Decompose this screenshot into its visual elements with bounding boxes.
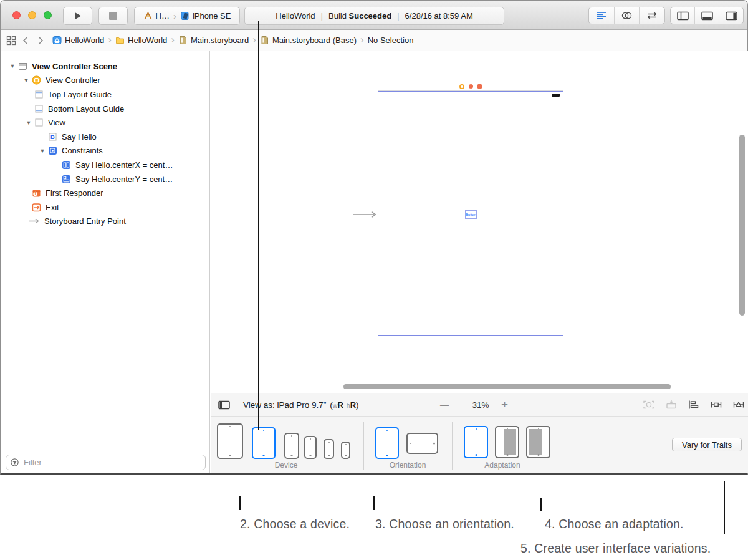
callout-line-step2	[239, 496, 241, 510]
disclosure-triangle-icon[interactable]: ▼	[37, 148, 48, 154]
assistant-editor-button[interactable]	[614, 7, 640, 24]
run-button[interactable]	[63, 7, 92, 25]
outline-item-label: Storyboard Entry Point	[44, 216, 126, 226]
adaptation-fullscreen-button[interactable]	[464, 426, 488, 458]
device-button-ipad-pro-12-9[interactable]	[217, 423, 243, 459]
standard-editor-button[interactable]	[589, 7, 614, 24]
scene-dock[interactable]	[378, 82, 563, 91]
outline-item-label: Top Layout Guide	[48, 90, 112, 99]
version-editor-button[interactable]	[639, 7, 664, 24]
status-project: HelloWorld	[276, 11, 315, 21]
device-button-iphone-6s-plus[interactable]	[284, 433, 299, 459]
close-window-button[interactable]	[12, 11, 21, 19]
view-controller-view[interactable]: Button	[378, 91, 563, 336]
section-divider	[363, 422, 364, 470]
top-layout-guide-icon	[34, 90, 47, 99]
adaptation-fill	[529, 429, 542, 455]
status-separator: |	[397, 11, 399, 21]
toggle-navigator-button[interactable]	[671, 7, 694, 24]
zoom-in-button[interactable]: +	[501, 393, 508, 416]
device-button-iphone-6s[interactable]	[304, 436, 317, 459]
outline-item-view-controller-scene[interactable]: ▼ View Controller Scene	[1, 59, 209, 74]
stop-button[interactable]	[98, 7, 128, 25]
toggle-debug-area-button[interactable]	[694, 7, 719, 24]
minimize-window-button[interactable]	[28, 11, 36, 19]
zoom-level: 31%	[464, 393, 497, 416]
outline-item-bottom-layout-guide[interactable]: Bottom Layout Guide	[1, 102, 209, 116]
device-section-label: Device	[275, 461, 298, 470]
outline-item-top-layout-guide[interactable]: Top Layout Guide	[1, 87, 209, 102]
breadcrumb-label: HelloWorld	[128, 36, 167, 45]
breadcrumb-selection[interactable]: No Selection	[368, 36, 414, 45]
exit-dock-icon[interactable]	[477, 84, 482, 89]
view-icon	[34, 118, 47, 127]
first-responder-dock-icon[interactable]	[469, 84, 473, 89]
storyboard-file-icon	[178, 36, 188, 45]
align-button[interactable]	[688, 400, 700, 410]
storyboard-entry-point-arrow[interactable]	[353, 210, 379, 220]
outline-item-first-responder[interactable]: 1 First Responder	[1, 186, 209, 200]
breadcrumb-group[interactable]: HelloWorld	[115, 36, 167, 45]
breadcrumb-project[interactable]: HelloWorld	[52, 36, 104, 45]
disclosure-triangle-icon[interactable]: ▼	[23, 120, 34, 126]
resolve-autolayout-button[interactable]	[732, 400, 745, 410]
view-controller-dock-icon[interactable]	[459, 84, 464, 89]
constraint-centerx-icon	[62, 160, 74, 170]
vary-for-traits-button[interactable]: Vary for Traits	[672, 438, 742, 451]
update-frames-button[interactable]	[643, 400, 655, 410]
scheme-destination-label: iPhone SE	[193, 11, 231, 21]
back-button[interactable]	[22, 36, 29, 45]
device-pane-toggle-button[interactable]	[218, 400, 230, 412]
outline-item-view-controller[interactable]: ▼ View Controller	[1, 74, 209, 88]
zoom-out-button[interactable]: —	[440, 393, 449, 416]
adaptation-split-left-button[interactable]	[526, 426, 550, 458]
vertical-scrollbar[interactable]	[739, 135, 745, 316]
button-icon: B	[48, 132, 60, 142]
embed-in-stack-button[interactable]	[665, 400, 678, 410]
orientation-portrait-button[interactable]	[375, 427, 399, 459]
view-as-label[interactable]: View as: iPad Pro 9.7” (wRhR)	[243, 393, 359, 416]
orientation-landscape-button[interactable]	[406, 433, 438, 454]
annotation-step2: 2. Choose a device.	[240, 517, 350, 531]
outline-item-exit[interactable]: Exit	[1, 200, 209, 215]
device-configuration-pane: Device Orientation Adaptation Vary for T…	[211, 417, 748, 473]
breadcrumb-localization[interactable]: Main.storyboard (Base)	[260, 36, 357, 45]
outline-item-constraint-centerx[interactable]: Say Hello.centerX = cent…	[1, 158, 209, 172]
view-controller-icon	[32, 75, 44, 85]
filter-field[interactable]	[6, 455, 206, 470]
storyboard-canvas[interactable]: Button	[211, 51, 748, 393]
scheme-selector[interactable]: H… › iPhone SE	[134, 7, 240, 25]
related-items-button[interactable]	[6, 36, 16, 46]
outline-item-entry-point[interactable]: Storyboard Entry Point	[1, 215, 209, 229]
disclosure-triangle-icon[interactable]: ▼	[7, 63, 18, 69]
device-button-iphone-se[interactable]	[324, 439, 334, 459]
outline-item-label: View Controller Scene	[32, 62, 117, 71]
outline-item-say-hello[interactable]: B Say Hello	[1, 130, 209, 144]
outline-item-constraint-centery[interactable]: Say Hello.centerY = cent…	[1, 172, 209, 186]
add-constraints-button[interactable]	[710, 400, 722, 410]
device-button-iphone-4s[interactable]	[341, 442, 350, 459]
say-hello-button[interactable]: Button	[465, 210, 477, 219]
view-as-text: View as: iPad Pro 9.7”	[243, 400, 326, 410]
zoom-window-button[interactable]	[44, 11, 52, 19]
toggle-inspector-button[interactable]	[719, 7, 743, 24]
document-outline: ▼ View Controller Scene ▼ View Controlle…	[1, 51, 210, 473]
breadcrumb-label: Main.storyboard	[191, 36, 249, 45]
scheme-target-icon	[143, 11, 153, 21]
version-editor-icon	[646, 11, 658, 21]
filter-input[interactable]	[22, 457, 201, 468]
outline-item-label: First Responder	[46, 188, 103, 198]
device-button-ipad-pro-9-7[interactable]	[252, 427, 276, 459]
outline-item-view[interactable]: ▼ View	[1, 115, 209, 130]
adaptation-split-right-button[interactable]	[495, 426, 519, 458]
annotation-step5: 5. Create user interface variations.	[520, 541, 711, 556]
disclosure-triangle-icon[interactable]: ▼	[21, 77, 32, 84]
adaptation-fill	[504, 429, 516, 455]
scheme-destination-icon	[180, 11, 189, 21]
outline-item-constraints[interactable]: ▼ Constraints	[1, 144, 209, 158]
breadcrumb-file[interactable]: Main.storyboard	[178, 36, 249, 45]
autolayout-buttons	[643, 393, 745, 416]
forward-button[interactable]	[37, 36, 44, 45]
breadcrumb-separator: ›	[360, 34, 364, 46]
horizontal-scrollbar[interactable]	[343, 384, 671, 389]
